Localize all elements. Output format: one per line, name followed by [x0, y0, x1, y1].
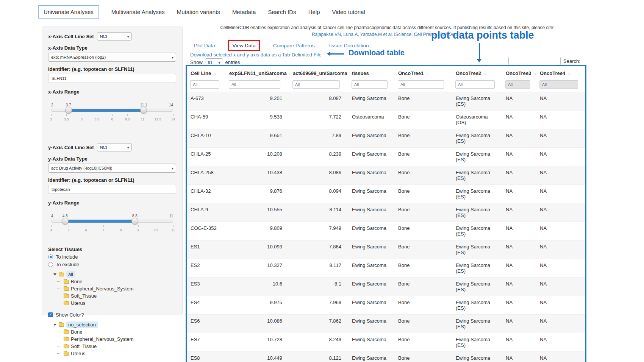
- column-header-act609699-unisarcoma[interactable]: act609699_uniSarcoma↑↓: [289, 66, 348, 80]
- slider-handle-low[interactable]: [65, 107, 72, 114]
- table-row[interactable]: ES310.68.1Ewing SarcomaBoneEwing Sarcoma…: [187, 278, 585, 296]
- folder-icon: [59, 323, 64, 327]
- y-data-type-select[interactable]: act: Drug Activity (-log10[IC50M]): [48, 164, 176, 173]
- sort-icon[interactable]: ↑↓: [371, 72, 374, 76]
- slider-min-label: 4: [51, 214, 53, 218]
- table-row[interactable]: ES610.0867.862Ewing SarcomaBoneEwing Sar…: [187, 315, 585, 333]
- nav-item-search-ids[interactable]: Search IDs: [268, 9, 296, 15]
- x-data-type-select[interactable]: exp: mRNA Expression (log2): [48, 53, 176, 62]
- tree-expander-icon[interactable]: [53, 273, 56, 276]
- sort-icon[interactable]: ↑↓: [567, 72, 570, 76]
- table-row[interactable]: CHA-599.5387.722OsteosarcomaBoneOsteosar…: [187, 111, 585, 129]
- nav-item-video-tutorial[interactable]: Video tutorial: [332, 9, 365, 15]
- y-cell-line-set-select[interactable]: NCI: [97, 143, 132, 151]
- table-row[interactable]: COG-E-3529.8097.949Ewing SarcomaBoneEwin…: [187, 222, 585, 240]
- filter-input-act609699-unisarcoma[interactable]: [292, 80, 340, 89]
- y-identifier-input[interactable]: [48, 185, 176, 194]
- filter-input-cell-line[interactable]: [190, 80, 219, 89]
- nav-item-help[interactable]: Help: [308, 9, 320, 15]
- column-header-tissues[interactable]: tissues↑↓: [348, 66, 394, 80]
- x-data-type-select-el[interactable]: exp: mRNA Expression (log2): [48, 53, 176, 62]
- y-cell-line-set-select-el[interactable]: NCI: [97, 143, 132, 151]
- table-row[interactable]: CHLA-109.6517.89Ewing SarcomaBoneEwing S…: [187, 129, 585, 148]
- tree-node-bone[interactable]: Bone: [71, 279, 82, 284]
- sort-icon[interactable]: ↑↓: [425, 72, 428, 76]
- cell-oncotree4: NA: [536, 315, 585, 333]
- slider-tick: [103, 225, 104, 227]
- tab-tissue-correlation[interactable]: Tissue Correlation: [327, 43, 369, 48]
- radio-icon[interactable]: [48, 254, 53, 259]
- filter-input-oncotree3[interactable]: [505, 80, 530, 89]
- filter-input-oncotree1[interactable]: [398, 80, 444, 89]
- filter-input-oncotree2[interactable]: [455, 80, 495, 89]
- tree-expander-icon[interactable]: [53, 324, 56, 326]
- tab-view-data[interactable]: View Data: [228, 40, 260, 51]
- column-header-expslfn11-unisarcoma[interactable]: expSLFN11_uniSarcoma↑↓: [225, 66, 289, 80]
- nav-item-univariate-analyses[interactable]: Univariate Analyses: [38, 5, 99, 19]
- y-data-type-select-el[interactable]: act: Drug Activity (-log10[IC50M]): [48, 164, 176, 173]
- column-header-oncotree1[interactable]: OncoTree1↑↓: [394, 66, 452, 80]
- table-row[interactable]: CHLA-2510.2088.239Ewing SarcomaBoneEwing…: [187, 148, 585, 166]
- tree-node-uterus[interactable]: Uterus: [71, 300, 85, 306]
- y-axis-range-slider[interactable]: 4 11 4.8 8.8 4567891011: [51, 214, 173, 237]
- tree-node-peripheral-nervous-system[interactable]: Peripheral_Nervous_System: [71, 336, 133, 342]
- cell-oncotree2: Ewing Sarcoma (ES): [452, 315, 502, 333]
- slider-tick-label: 9.5: [125, 117, 130, 121]
- tree-node-uterus[interactable]: Uterus: [71, 351, 85, 356]
- table-row[interactable]: ES49.9757.969Ewing SarcomaBoneEwing Sarc…: [187, 296, 585, 315]
- table-row[interactable]: ES810.4498.121Ewing SarcomaBoneEwing Sar…: [187, 352, 585, 362]
- column-header-oncotree3[interactable]: OncoTree3↑↓: [502, 66, 536, 80]
- radio-to-exclude[interactable]: To exclude: [48, 262, 176, 267]
- slider-handle-low[interactable]: [62, 218, 69, 225]
- cell-oncotree1: Bone: [394, 129, 452, 148]
- table-row[interactable]: CHLA-329.8768.094Ewing SarcomaBoneEwing …: [187, 185, 585, 203]
- slider-handle-high[interactable]: [140, 107, 147, 114]
- tab-plot-data[interactable]: Plot Data: [194, 43, 215, 48]
- filter-input-oncotree4[interactable]: [539, 80, 578, 89]
- table-row[interactable]: ES210.3278.117Ewing SarcomaBoneEwing Sar…: [187, 259, 585, 278]
- column-header-oncotree2[interactable]: OncoTree2↑↓: [452, 66, 502, 80]
- sort-icon[interactable]: ↑↓: [483, 72, 486, 76]
- cell-cell-line: CHLA-258: [187, 166, 225, 185]
- x-cell-line-set-select-el[interactable]: NCI: [97, 32, 132, 41]
- tree-node-peripheral-nervous-system[interactable]: Peripheral_Nervous_System: [71, 286, 133, 292]
- table-row[interactable]: CHLA-25810.4388.086Ewing SarcomaBoneEwin…: [187, 166, 585, 185]
- nav-item-metadata[interactable]: Metadata: [232, 9, 256, 15]
- x-cell-line-set-select[interactable]: NCI: [97, 32, 132, 41]
- sort-icon[interactable]: ↑↓: [213, 72, 216, 76]
- sort-icon[interactable]: ↑↓: [533, 72, 536, 76]
- cell-expslfn11-unisarcoma: 9.809: [225, 222, 289, 240]
- table-row[interactable]: ES110.0937.864Ewing SarcomaBoneEwing Sar…: [187, 240, 585, 259]
- radio-icon[interactable]: [48, 262, 53, 267]
- cell-oncotree4: NA: [536, 296, 585, 315]
- tab-compare-patterns[interactable]: Compare Patterns: [273, 43, 315, 48]
- download-tab-delimited-link[interactable]: Download selected x and y axis data as a…: [190, 52, 322, 58]
- x-identifier-input[interactable]: [48, 74, 176, 83]
- table-row[interactable]: A-6739.2018.087Ewing SarcomaBoneEwing Sa…: [187, 92, 585, 111]
- checkbox-icon[interactable]: [48, 312, 53, 317]
- tree-node-soft-tissue[interactable]: Soft_Tissue: [71, 293, 97, 299]
- cell-cell-line: ES1: [187, 240, 225, 259]
- slider-tick-label: 9: [137, 228, 139, 232]
- table-row[interactable]: CHLA-910.5558.114Ewing SarcomaBoneEwing …: [187, 203, 585, 222]
- tree-node-no-selection[interactable]: no_selection: [66, 321, 98, 328]
- cell-tissues: Ewing Sarcoma: [348, 222, 394, 240]
- column-header-cell-line[interactable]: Cell Line↑↓: [187, 66, 225, 80]
- show-color-toggle[interactable]: Show Color?: [48, 312, 176, 318]
- tree-node-all[interactable]: all: [66, 271, 75, 278]
- filter-input-expslfn11-unisarcoma[interactable]: [229, 80, 280, 89]
- tree-node-soft-tissue[interactable]: Soft_Tissue: [71, 343, 97, 349]
- cell-oncotree1: Bone: [394, 92, 452, 111]
- search-input[interactable]: [508, 57, 561, 65]
- slider-handle-high[interactable]: [131, 218, 138, 225]
- sort-icon[interactable]: ↑↓: [289, 72, 292, 76]
- nav-item-mutation-variants[interactable]: Mutation variants: [177, 9, 220, 15]
- tree-node-bone[interactable]: Bone: [71, 329, 82, 335]
- table-row[interactable]: ES710.7288.249Ewing SarcomaBoneEwing Sar…: [187, 333, 585, 352]
- cell-oncotree2: Ewing Sarcoma (ES): [452, 203, 502, 222]
- radio-to-include[interactable]: To include: [48, 254, 176, 260]
- column-header-oncotree4[interactable]: OncoTree4↑↓: [536, 66, 585, 80]
- nav-item-multivariate-analyses[interactable]: Multivariate Analyses: [111, 9, 165, 15]
- filter-input-tissues[interactable]: [352, 80, 388, 89]
- x-axis-range-slider[interactable]: 2 14 3.7 11.1 23.556.589.51112.514: [51, 103, 173, 126]
